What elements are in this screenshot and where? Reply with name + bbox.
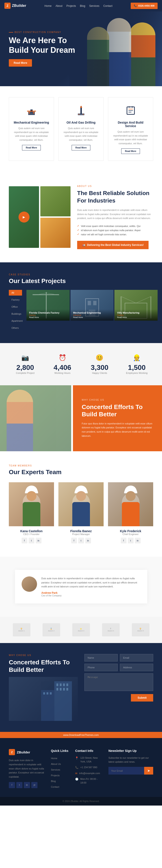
svg-rect-30 xyxy=(56,683,58,686)
form-name-input[interactable] xyxy=(84,654,118,661)
form-email-input[interactable] xyxy=(120,654,153,661)
filter-apartment[interactable]: Apartment xyxy=(9,318,22,324)
team-grid: Kana Castellon CEO / Founder f t in Fior… xyxy=(9,482,153,544)
projects-header: Case Studies Our Latest Projects xyxy=(0,273,162,285)
whychoose2-label: Why Chose Us xyxy=(9,654,78,656)
project-name-3: Villy Manufacturing xyxy=(117,311,155,314)
hero-cta-button[interactable]: Read More xyxy=(9,59,32,67)
service-card-3: Design And Build Service Quis autem vel … xyxy=(108,97,153,161)
instagram-icon-2[interactable]: in xyxy=(85,538,91,544)
footer-youtube-icon[interactable]: yt xyxy=(31,782,37,788)
service-btn-1[interactable]: Read More xyxy=(22,145,41,150)
hero-title: We Are Here To Build Your Dream xyxy=(9,36,79,55)
twitter-icon-2[interactable]: t xyxy=(78,538,84,544)
footer-link-services[interactable]: Services xyxy=(51,768,60,771)
footer-facebook-icon[interactable]: f xyxy=(9,782,15,788)
contact-form-section: Why Chose Us Concerted Efforts To Build … xyxy=(0,643,162,732)
stat-label-1: Complete Project xyxy=(9,372,42,374)
footer-email-text: info@example.com xyxy=(79,771,100,775)
filter-factory[interactable]: Factory xyxy=(9,297,22,303)
filter-buildings[interactable]: Buildings xyxy=(9,311,22,317)
footer-twitter-icon[interactable]: t xyxy=(16,782,23,788)
facebook-icon-3[interactable]: f xyxy=(121,538,127,544)
email-icon: ✉ xyxy=(75,772,77,775)
testimonial-section: Duis aute irure dolor in reprehenderit i… xyxy=(0,557,162,617)
team-role-3: Chief Engineer xyxy=(108,533,153,535)
filter-others[interactable]: Others xyxy=(9,325,22,331)
design-icon xyxy=(124,104,137,117)
form-phone-input[interactable] xyxy=(84,664,118,671)
facebook-icon-2[interactable]: f xyxy=(71,538,77,544)
project-cat-2: Industrial xyxy=(73,314,111,316)
facebook-icon-1[interactable]: f xyxy=(22,538,27,544)
team-label: Team Members xyxy=(9,464,153,467)
newsletter-email-input[interactable] xyxy=(108,767,144,775)
whychoose-section: Why Chose Us Concerted Efforts To Build … xyxy=(0,385,162,451)
instagram-icon-1[interactable]: in xyxy=(36,538,42,544)
form-message-input[interactable] xyxy=(84,673,154,691)
footer-link-about[interactable]: About Us xyxy=(51,763,61,765)
nav-projects[interactable]: Projects xyxy=(66,4,76,7)
footer-instagram-icon[interactable]: in xyxy=(24,782,30,788)
footer-link-blog[interactable]: Blog xyxy=(51,780,56,782)
phone-button[interactable]: 📞 0326-4456 808 xyxy=(131,3,158,9)
twitter-icon-1[interactable]: t xyxy=(29,538,34,544)
smile-icon: 😊 xyxy=(83,354,116,361)
filter-all[interactable]: All xyxy=(9,290,22,296)
nav-home[interactable]: Home xyxy=(45,4,52,7)
team-social-3: f t in xyxy=(108,538,153,544)
projects-title: Our Latest Projects xyxy=(9,278,153,285)
footer-bottom: © 2024 ZBuilder. All Rights Reserved. xyxy=(0,797,162,806)
form-submit-button[interactable]: Submit xyxy=(131,694,153,702)
about-desc: Duis aute irure dolor in reprehenderit i… xyxy=(77,208,153,220)
footer-link-contact[interactable]: Contact xyxy=(51,785,59,788)
stats-section: 📷 2,800 Complete Project ⏰ 4,406 Working… xyxy=(0,343,162,385)
team-social-2: f t in xyxy=(58,538,104,544)
instagram-icon-3[interactable]: in xyxy=(135,538,141,544)
footer-link-projects[interactable]: Projects xyxy=(51,774,60,777)
form-address-input[interactable] xyxy=(120,664,153,671)
team-section: Team Members Our Experts Team Kana Caste… xyxy=(0,451,162,557)
stat-label-3: Happy Clients xyxy=(83,372,116,374)
nav-about[interactable]: About xyxy=(56,4,62,7)
services-grid: Mechanical Engineering Quis autem vel eu… xyxy=(9,97,153,161)
project-cat-3: Factory xyxy=(117,314,155,316)
testimonial-avatar xyxy=(22,577,37,592)
award-3: ⭐Award 3 xyxy=(72,623,90,637)
about-check-1: Velit esse quam nihil molestiae consequa… xyxy=(77,224,153,228)
project-card-2[interactable]: Mechanical Engineering Industrial Read M… xyxy=(71,290,114,321)
service-btn-2[interactable]: Read More xyxy=(72,145,90,150)
stat-label-4: Employees Working xyxy=(120,372,153,374)
whychoose-content: Why Chose Us Concerted Efforts To Build … xyxy=(73,385,162,451)
project-card-1[interactable]: Florida Chemicals Factory Factory Read M… xyxy=(26,290,70,321)
hero-section: Best Construction Company We Are Here To… xyxy=(0,11,162,86)
nav-contact[interactable]: Contact xyxy=(103,4,112,7)
about-checklist: Velit esse quam nihil molestiae consequa… xyxy=(77,224,153,237)
twitter-icon-3[interactable]: t xyxy=(128,538,134,544)
hero-content: Best Construction Company We Are Here To… xyxy=(9,31,79,66)
footer: Z ZBuilder Duis aute irure dolor in repr… xyxy=(0,738,162,797)
filter-office[interactable]: Office xyxy=(9,304,22,310)
footer-link-home[interactable]: Home xyxy=(51,757,57,760)
svg-point-3 xyxy=(29,112,30,114)
service-btn-3[interactable]: Read More xyxy=(121,149,140,154)
award-5: 🏆Award 5 xyxy=(132,623,150,637)
mechanical-icon xyxy=(25,104,38,117)
about-content: About Us The Best Reliable Solution For … xyxy=(77,185,153,249)
brand-name: ZBuilder xyxy=(12,4,26,8)
newsletter-submit-button[interactable]: ➤ xyxy=(144,767,153,775)
project-card-3[interactable]: Villy Manufacturing Factory Read More xyxy=(114,290,158,321)
footer-quicklinks-title: Quick Links xyxy=(51,749,69,752)
nav-blog[interactable]: Blog xyxy=(80,4,85,7)
team-role-2: Project Manager xyxy=(58,533,104,535)
footer-phone-text: +1 234 567 890 xyxy=(80,766,97,769)
footer-newsletter-title: Newsletter Sign Up xyxy=(108,749,153,752)
testimonial-text: Duis aute irure dolor in reprehenderit i… xyxy=(42,577,141,589)
testimonial-author: Andrew Park xyxy=(42,591,141,594)
worker-icon: 👷 xyxy=(120,354,153,361)
service-title-2: Oil And Gas Drilling xyxy=(63,121,99,124)
nav-services[interactable]: Services xyxy=(89,4,100,7)
about-main-image[interactable]: ▶ xyxy=(9,186,39,248)
svg-rect-22 xyxy=(93,301,96,305)
about-cta-button[interactable]: 🚛 Delivering the Best Global Industry Se… xyxy=(77,241,148,249)
